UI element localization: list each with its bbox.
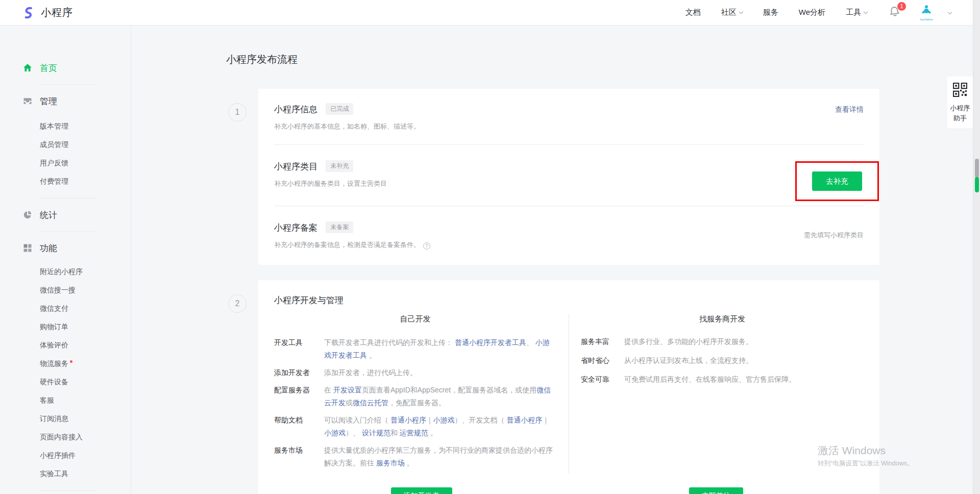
bell-icon: [889, 10, 900, 19]
avatar[interactable]: kychakra: [920, 4, 933, 21]
divider: [40, 84, 96, 85]
row-text: ，免配置服务器。: [388, 399, 446, 407]
inline-link[interactable]: 开发设置: [333, 386, 362, 394]
dev-row-service-market: 服务市场 提供大量优质的小程序第三方服务，为不同行业的商家提供合适的小程序解决方…: [274, 444, 556, 470]
scrollbar-thumb[interactable]: [975, 159, 979, 178]
grid-icon: [23, 243, 32, 253]
row-miniprogram-filing: 小程序备案 未备案 补充小程序的备案信息，检测是否满足备案条件。? 需先填写小程…: [274, 206, 864, 265]
brand[interactable]: 小程序: [20, 5, 73, 20]
row-text: 。: [428, 429, 437, 437]
row-text: 。: [405, 459, 414, 467]
nav-tools[interactable]: 工具: [846, 8, 867, 17]
sidebar-item-manage[interactable]: 管理: [0, 92, 131, 110]
inbox-icon: [23, 96, 32, 106]
status-badge: 已完成: [326, 103, 353, 115]
sidebar-item-hardware-device[interactable]: 硬件设备: [0, 373, 131, 391]
sidebar-item-member-manage[interactable]: 成员管理: [0, 136, 131, 154]
card-title: 小程序开发与管理: [274, 280, 864, 306]
miniprogram-logo-icon: [20, 5, 36, 20]
sidebar-item-nearby-miniprogram[interactable]: 附近的小程序: [0, 263, 131, 281]
dev-row-add-developer: 添加开发者 添加开发者，进行代码上传。: [274, 366, 556, 379]
sidebar-item-wechat-search[interactable]: 微信搜一搜: [0, 281, 131, 300]
step-2-number: 2: [228, 294, 247, 313]
dev-row-tools: 开发工具 下载开发者工具进行代码的开发和上传： 普通小程序开发者工具、 小游戏开…: [274, 336, 556, 362]
sidebar-item-pay-manage[interactable]: 付费管理: [0, 172, 131, 191]
row-title: 小程序备案: [274, 223, 317, 233]
inline-link[interactable]: 小游戏: [433, 416, 455, 424]
divider: [40, 198, 96, 199]
miniprogram-assistant-widget[interactable]: 小程序 助手: [947, 77, 973, 129]
help-icon[interactable]: ?: [423, 242, 430, 250]
avatar-figure-icon: [920, 4, 933, 17]
prerequisite-note: 需先填写小程序类目: [804, 231, 864, 240]
inline-link[interactable]: 设计规范: [362, 429, 390, 437]
sidebar-item-experiment-tools[interactable]: 实验工具: [0, 465, 131, 483]
inline-link[interactable]: 普通小程序: [390, 416, 426, 424]
new-badge-dot: [70, 360, 72, 363]
sidebar-item-subscribe-message[interactable]: 订阅消息: [0, 410, 131, 428]
go-now-button[interactable]: 立即前往: [689, 487, 743, 494]
status-badge: 未补充: [326, 160, 353, 172]
view-details-link[interactable]: 查看详情: [835, 105, 864, 114]
divider: [40, 490, 96, 491]
add-developer-button[interactable]: 添加开发者: [391, 487, 452, 494]
inline-link[interactable]: 普通小程序: [507, 416, 543, 424]
step-1-card: 小程序信息 已完成 补充小程序的基本信息，如名称、图标、描述等。 查看详情 小程…: [258, 89, 879, 265]
column-header: 找服务商开发: [581, 314, 864, 324]
sidebar-item-shopping-orders[interactable]: 购物订单: [0, 318, 131, 336]
nav-community[interactable]: 社区: [721, 8, 743, 17]
row-text: ｜: [426, 416, 433, 424]
chevron-down-icon: [739, 10, 743, 14]
go-complete-button[interactable]: 去补充: [812, 171, 862, 191]
chevron-down-icon: [864, 10, 868, 14]
pie-chart-icon: [23, 210, 32, 219]
inline-link[interactable]: 小游戏: [324, 429, 346, 437]
row-text: 或: [346, 399, 353, 407]
inline-link[interactable]: 运营规范: [400, 429, 428, 437]
self-develop-column: 自己开发 开发工具 下载开发者工具进行代码的开发和上传： 普通小程序开发者工具、…: [274, 314, 569, 474]
sidebar-item-features[interactable]: 功能: [0, 239, 131, 257]
sidebar: 首页 管理 版本管理 成员管理 用户反馈 付费管理 统计: [0, 26, 131, 494]
nav-we-analytics[interactable]: We分析: [799, 8, 825, 17]
sidebar-item-user-feedback[interactable]: 用户反馈: [0, 154, 131, 172]
nav-docs[interactable]: 文档: [685, 8, 701, 17]
step-2: 2 小程序开发与管理 自己开发 开发工具 下载开发者工具进行代码的开发和上传： …: [131, 280, 980, 494]
red-highlight-annotation: 去补充: [795, 161, 879, 201]
notification-bell[interactable]: 1: [889, 6, 900, 19]
top-navbar: 小程序 文档 社区 服务 We分析 工具 1 kychakra: [0, 0, 973, 26]
notification-count: 1: [897, 2, 906, 11]
qr-code-icon: [953, 90, 967, 98]
row-text: 可以阅读入门介绍（: [324, 416, 390, 424]
sidebar-item-miniprogram-plugin[interactable]: 小程序插件: [0, 447, 131, 465]
row-description: 补充小程序的基本信息，如名称、图标、描述等。: [274, 122, 864, 131]
assistant-label: 小程序 助手: [949, 103, 971, 124]
scrollbar-track[interactable]: [973, 0, 980, 494]
vendor-row-save-time: 省时省心 从小程序认证到发布上线，全流程支持。: [581, 355, 864, 366]
row-text: 提供大量优质的小程序第三方服务，为不同行业的商家提供合适的小程序解决方案。前往: [324, 446, 553, 467]
sidebar-item-home[interactable]: 首页: [0, 59, 131, 77]
account-menu-toggle[interactable]: [945, 8, 951, 17]
scrollbar-position-indicator[interactable]: [975, 177, 979, 192]
step-2-card: 小程序开发与管理 自己开发 开发工具 下载开发者工具进行代码的开发和上传： 普通…: [258, 280, 879, 494]
sidebar-item-version-manage[interactable]: 版本管理: [0, 117, 131, 136]
dev-row-help-docs: 帮助文档 可以阅读入门介绍（ 普通小程序｜小游戏）、开发文档（ 普通小程序｜小游…: [274, 414, 556, 439]
sidebar-item-experience-rating[interactable]: 体验评价: [0, 336, 131, 355]
nav-services[interactable]: 服务: [763, 8, 778, 17]
inline-link[interactable]: 服务市场: [376, 459, 405, 467]
row-text: ）、开发文档（: [455, 416, 507, 424]
row-text: 页面查看AppID和AppSecret，配置服务器域名，或使用: [362, 386, 536, 394]
inline-link[interactable]: 微信云托管: [353, 399, 388, 407]
main-content: 小程序发布流程 1 小程序信息 已完成 补充小程序的基本信息，如名称、图标、描述…: [131, 26, 980, 494]
row-title: 小程序信息: [274, 105, 317, 114]
row-text: 和: [390, 429, 400, 437]
vendor-row-safe-reliable: 安全可靠 可免费试用后再支付、在线客服响应、官方售后保障。: [581, 374, 864, 385]
chevron-down-icon: [948, 10, 952, 14]
sidebar-item-page-content-access[interactable]: 页面内容接入: [0, 428, 131, 447]
sidebar-item-logistics-service[interactable]: 物流服务: [0, 355, 131, 373]
inline-link[interactable]: 普通小程序开发者工具: [455, 338, 526, 347]
row-description: 补充小程序的备案信息，检测是否满足备案条件。?: [274, 240, 864, 250]
sidebar-item-customer-service[interactable]: 客服: [0, 391, 131, 410]
sidebar-item-statistics[interactable]: 统计: [0, 206, 131, 224]
sidebar-item-wechat-pay[interactable]: 微信支付: [0, 300, 131, 318]
page-title: 小程序发布流程: [226, 52, 980, 66]
